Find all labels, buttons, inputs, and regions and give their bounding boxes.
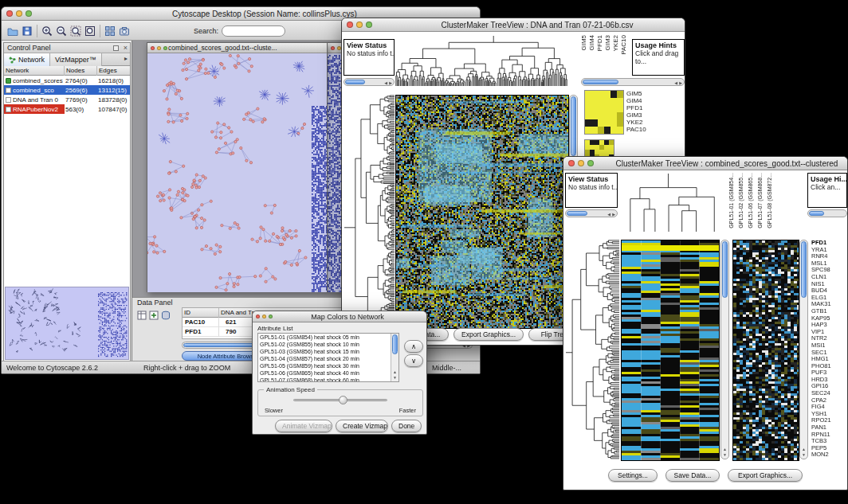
open-session-icon[interactable]: [6, 23, 20, 39]
scroll-up-icon[interactable]: ▲: [721, 447, 728, 452]
attribute-list-item[interactable]: GPL51-04 (GSM857) heat shock 20 min: [258, 355, 391, 362]
inner-frame-titlebar[interactable]: combined_scores_good.txt--cluste...: [147, 43, 327, 53]
close-button[interactable]: [6, 10, 13, 17]
minimize-button[interactable]: [578, 160, 584, 166]
scroll-right-icon[interactable]: ▶: [612, 211, 615, 217]
zoom-fit-icon[interactable]: [83, 23, 97, 39]
gene-label[interactable]: CLN1: [811, 274, 848, 281]
zoom-in-icon[interactable]: [40, 23, 54, 39]
left-mini-scrollbar[interactable]: ◀ ▶: [565, 209, 618, 217]
column-header-edges[interactable]: Edges: [97, 66, 130, 76]
gene-label[interactable]: NIS1: [811, 281, 848, 288]
snapshot-icon[interactable]: [117, 23, 132, 39]
attribute-list-item[interactable]: GPL51-02 (GSM855) heat shock 10 min: [258, 341, 391, 348]
gene-label[interactable]: SEC1: [811, 350, 848, 357]
row-dendrogram-canvas[interactable]: [565, 240, 619, 459]
close-button[interactable]: [347, 21, 353, 28]
gene-label[interactable]: HRD3: [811, 377, 848, 384]
gene-label[interactable]: PUF3: [811, 369, 848, 377]
close-button[interactable]: [331, 46, 335, 50]
attribute-list-item[interactable]: GPL51-03 (GSM856) heat shock 15 min: [258, 348, 391, 355]
zoom-button[interactable]: [26, 10, 32, 17]
gene-label[interactable]: GTB1: [811, 308, 848, 315]
network-list-row[interactable]: DNA and Tran 07769(0)183728(0): [4, 95, 130, 104]
attribute-database-icon[interactable]: [161, 309, 171, 323]
zoom-button[interactable]: [587, 160, 594, 166]
gene-label[interactable]: RPO21: [811, 417, 848, 424]
column-dendrogram-canvas[interactable]: [395, 35, 567, 86]
close-panel-icon[interactable]: ×: [124, 43, 128, 53]
gene-label[interactable]: ELG1: [811, 295, 848, 302]
attribute-list-item[interactable]: GPL51-06 (GSM865) heat shock 40 min: [258, 369, 391, 377]
gene-label[interactable]: PEP5: [811, 445, 848, 452]
right-mini-scrollbar[interactable]: ◀ ▶: [581, 78, 685, 86]
gene-label[interactable]: MSL1: [811, 260, 848, 268]
attribute-list-item[interactable]: GPL51-05 (GSM859) heat shock 30 min: [258, 362, 391, 369]
animation-speed-slider[interactable]: [293, 399, 387, 401]
scroll-down-icon[interactable]: ▼: [721, 452, 728, 458]
done-button[interactable]: Done: [391, 420, 422, 432]
minimize-button[interactable]: [262, 315, 266, 318]
tab-overflow-arrow-icon[interactable]: ▸: [122, 53, 130, 65]
secondary-heatmap-canvas[interactable]: [732, 240, 799, 461]
fit-content-icon[interactable]: [103, 23, 117, 39]
column-dendrogram-canvas[interactable]: [621, 173, 724, 232]
minimize-button[interactable]: [16, 10, 22, 17]
export-graphics-button[interactable]: Export Graphics...: [728, 469, 803, 482]
gene-label[interactable]: PAN1: [811, 424, 848, 432]
scroll-down-icon[interactable]: ▼: [391, 375, 398, 381]
heatmap-canvas[interactable]: [621, 240, 720, 461]
vscroll-thumb[interactable]: [571, 96, 576, 156]
vscroll-thumb[interactable]: [392, 334, 398, 354]
gene-label[interactable]: CPA2: [811, 397, 848, 404]
save-session-icon[interactable]: [20, 23, 34, 39]
gene-label[interactable]: TCB3: [811, 438, 848, 445]
gene-label[interactable]: PHO81: [811, 363, 848, 370]
scroll-up-icon[interactable]: ▲: [800, 447, 807, 452]
hscroll-thumb[interactable]: [345, 80, 365, 84]
settings-button[interactable]: Settings...: [608, 469, 658, 482]
gene-label[interactable]: FIG4: [811, 404, 848, 411]
gene-label[interactable]: HAP3: [811, 322, 848, 329]
hscroll-thumb[interactable]: [567, 211, 587, 216]
move-up-button[interactable]: ∧: [404, 340, 423, 353]
gene-label[interactable]: MON2: [811, 451, 848, 459]
zoom-selected-icon[interactable]: [69, 23, 83, 39]
network-list-row[interactable]: combined_sco2569(6)13112(15): [4, 85, 130, 95]
tab-network[interactable]: Network: [4, 53, 50, 66]
search-input[interactable]: [222, 25, 285, 37]
network-list-row[interactable]: combined_scores2764(0)16218(0): [4, 76, 130, 85]
zoom-button[interactable]: [366, 21, 372, 28]
heatmap-vscrollbar[interactable]: ▲ ▼: [720, 240, 729, 459]
hscroll-thumb[interactable]: [583, 80, 618, 84]
left-mini-scrollbar[interactable]: ◀ ▶: [344, 78, 395, 86]
list-vscrollbar[interactable]: ▲ ▼: [391, 334, 398, 381]
network-overview-canvas[interactable]: [6, 287, 128, 359]
zoom-button[interactable]: [163, 46, 167, 50]
similarity-matrix-canvas[interactable]: [584, 90, 624, 135]
gene-label[interactable]: SEC24: [811, 390, 848, 397]
select-attributes-icon[interactable]: [137, 309, 147, 323]
column-header-id[interactable]: ID: [183, 308, 219, 318]
export-graphics-button[interactable]: Export Graphics...: [453, 328, 524, 341]
gene-label[interactable]: YRA1: [811, 247, 848, 254]
gene-label[interactable]: MAK31: [811, 301, 848, 308]
heatmap-canvas[interactable]: [395, 95, 569, 329]
slider-thumb[interactable]: [339, 396, 347, 404]
gene-label[interactable]: KAP95: [811, 315, 848, 322]
scroll-down-icon[interactable]: ▼: [800, 452, 807, 458]
close-button[interactable]: [256, 315, 260, 318]
vscroll-thumb[interactable]: [722, 241, 728, 298]
right-mini-scrollbar[interactable]: [807, 209, 847, 217]
scroll-up-icon[interactable]: ▲: [391, 369, 398, 375]
hscroll-thumb[interactable]: [809, 211, 824, 216]
gene-label[interactable]: RNR4: [811, 253, 848, 260]
zoom-button[interactable]: [269, 315, 273, 318]
network-view-canvas[interactable]: [147, 53, 327, 292]
zoom-out-icon[interactable]: [54, 23, 69, 39]
gene-label[interactable]: MSI1: [811, 342, 848, 350]
vscroll-thumb[interactable]: [801, 241, 807, 298]
scroll-right-icon[interactable]: ▶: [679, 80, 682, 86]
column-header-network[interactable]: Network: [4, 66, 65, 76]
gene-label[interactable]: SPC98: [811, 267, 848, 274]
